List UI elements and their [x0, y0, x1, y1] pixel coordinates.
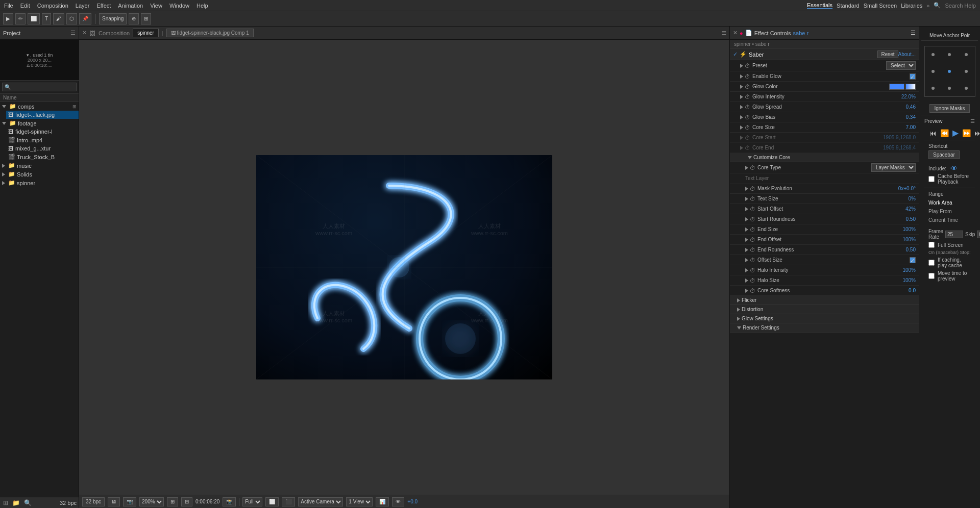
folder-comps[interactable]: 📁 comps ⊞	[0, 102, 79, 111]
frame-rate-input[interactable]	[945, 231, 963, 238]
prop-bias-value[interactable]: 0.34	[875, 114, 916, 120]
ignore-masks-button[interactable]: Ignore Masks	[929, 104, 969, 113]
new-comp-icon[interactable]: ⊞	[2, 499, 9, 506]
fx-render-settings-header[interactable]: Render Settings	[730, 323, 919, 333]
prop-halosize-arrow[interactable]	[745, 278, 748, 283]
fx-glow-settings-header[interactable]: Glow Settings	[730, 314, 919, 323]
file-mixed[interactable]: 🖼 mixed_g...xtur	[6, 144, 79, 153]
ws-libraries[interactable]: Libraries	[901, 3, 922, 9]
anchor-tr[interactable]	[958, 46, 975, 63]
range-current-time[interactable]: Current Time	[928, 216, 971, 224]
prev-last-frame[interactable]: ⏭	[973, 129, 980, 137]
menu-animation[interactable]: Animation	[118, 3, 143, 9]
prop-coresoftness-value[interactable]: 0.0	[875, 288, 916, 293]
fx-customize-core-header[interactable]: Customize Core	[730, 153, 919, 162]
prop-glow-checkbox[interactable]: ✓	[910, 73, 916, 80]
tool-pen[interactable]: ✏	[15, 13, 26, 24]
prop-endroundness-arrow[interactable]	[745, 248, 748, 252]
vp-icons-bar[interactable]: 📊	[376, 497, 389, 506]
more-workspaces[interactable]: »	[926, 3, 929, 9]
anchor-tl[interactable]	[925, 46, 942, 63]
vp-region[interactable]: ⬜	[265, 497, 279, 506]
fx-reset-btn[interactable]: Reset	[877, 50, 898, 58]
snap-icon[interactable]: ⊕	[129, 13, 139, 24]
prop-spread-value[interactable]: 0.46	[875, 104, 916, 110]
if-caching-checkbox[interactable]	[928, 260, 935, 266]
tool-select[interactable]: ▶	[3, 13, 13, 24]
prop-intensity-value[interactable]: 22.0%	[875, 94, 916, 99]
prop-color-swatches[interactable]	[889, 84, 916, 90]
vp-fit[interactable]: ⊞	[167, 497, 178, 506]
anchor-bc[interactable]	[941, 80, 958, 96]
add-icon[interactable]: ⊞	[72, 104, 77, 109]
prop-glow-arrow[interactable]	[740, 74, 743, 79]
project-menu-icon[interactable]: ☰	[70, 30, 76, 36]
prop-halointensity-arrow[interactable]	[745, 268, 748, 272]
tool-text[interactable]: T	[42, 13, 51, 24]
tab-fidget-comp[interactable]: 🖼 fidget-spinner-black.jpg Comp 1	[166, 29, 254, 37]
skip-input[interactable]	[977, 231, 980, 238]
cache-checkbox[interactable]	[928, 176, 935, 182]
tool-mask[interactable]: ⬡	[66, 13, 77, 24]
vp-camera-select[interactable]: Active Camera	[298, 497, 343, 506]
prop-endoffset-arrow[interactable]	[745, 238, 748, 242]
file-truck[interactable]: 🎬 Truck_Stock_B	[6, 153, 79, 161]
anchor-br[interactable]	[958, 80, 975, 96]
prop-endsize-value[interactable]: 100%	[875, 226, 916, 232]
prop-startroundness-arrow[interactable]	[745, 217, 748, 221]
move-time-checkbox[interactable]	[928, 273, 935, 279]
tool-shape[interactable]: ⬜	[28, 13, 40, 24]
vp-camera-icon[interactable]: 📷	[123, 497, 136, 506]
fx-about-btn[interactable]: About...	[898, 52, 916, 57]
folder-spinner[interactable]: 📁 spinner	[0, 179, 79, 187]
ec-menu[interactable]: ☰	[911, 30, 916, 36]
prev-prev-frame[interactable]: ⏪	[939, 129, 950, 137]
search-bottom-icon[interactable]: 🔍	[23, 499, 33, 506]
menu-file[interactable]: File	[4, 3, 13, 9]
menu-view[interactable]: View	[150, 3, 162, 9]
range-work-area[interactable]: Work Area	[928, 198, 971, 207]
prop-offsetsize-checkbox[interactable]: ✓	[910, 257, 916, 263]
prev-next-frame[interactable]: ⏩	[961, 129, 972, 137]
menu-window[interactable]: Window	[169, 3, 189, 9]
vp-preview-icon[interactable]: 👁	[392, 497, 404, 506]
snapping-toggle[interactable]: Snapping	[99, 13, 127, 24]
anchor-tc[interactable]	[941, 46, 958, 63]
vp-grid[interactable]: ⊟	[181, 497, 192, 506]
color-swatch-blue[interactable]	[889, 84, 904, 90]
prop-coretype-arrow[interactable]	[745, 166, 748, 170]
anchor-mc[interactable]	[941, 63, 958, 80]
ws-essentials[interactable]: Essentials	[807, 2, 832, 9]
prop-coresize-value[interactable]: 7.00	[875, 124, 916, 130]
snap-icon2[interactable]: ⊞	[141, 13, 151, 24]
prop-textsize-value[interactable]: 0%	[875, 196, 916, 201]
prop-mask-arrow[interactable]	[745, 187, 748, 191]
prop-coresoftness-arrow[interactable]	[745, 289, 748, 293]
tool-pin[interactable]: 📌	[79, 13, 91, 24]
comp-menu-icon[interactable]: ☰	[722, 30, 726, 36]
fx-flicker-header[interactable]: Flicker	[730, 296, 919, 305]
prop-spread-arrow[interactable]	[740, 105, 743, 109]
fx-saber-header[interactable]: ✓ ⚡ Saber Reset About...	[730, 49, 919, 60]
vp-quality-select[interactable]: Full	[242, 497, 262, 506]
vp-zoom-select[interactable]: 200%	[139, 497, 164, 506]
prev-play[interactable]: ▶	[951, 128, 960, 138]
prop-preset-arrow[interactable]	[740, 64, 743, 68]
menu-layer[interactable]: Layer	[76, 3, 90, 9]
prop-intensity-arrow[interactable]	[740, 95, 743, 99]
new-folder-icon[interactable]: 📁	[11, 499, 21, 506]
prop-startoffset-value[interactable]: 42%	[875, 206, 916, 212]
anchor-bl[interactable]	[925, 80, 942, 96]
folder-footage[interactable]: 📁 footage	[0, 119, 79, 128]
anchor-ml[interactable]	[925, 63, 942, 80]
prop-endsize-arrow[interactable]	[745, 227, 748, 232]
menu-help[interactable]: Help	[197, 3, 208, 9]
prev-first-frame[interactable]: ⏮	[928, 129, 938, 137]
prop-offsetsize-arrow[interactable]	[745, 258, 748, 262]
prop-halointensity-value[interactable]: 100%	[875, 267, 916, 273]
prop-halosize-value[interactable]: 100%	[875, 277, 916, 283]
prop-startoffset-arrow[interactable]	[745, 207, 748, 211]
prop-preset-dropdown[interactable]: Select	[886, 61, 916, 70]
prop-coresize-arrow[interactable]	[740, 125, 743, 130]
file-intro-mp4[interactable]: 🎬 Intro-.mp4	[6, 136, 79, 144]
